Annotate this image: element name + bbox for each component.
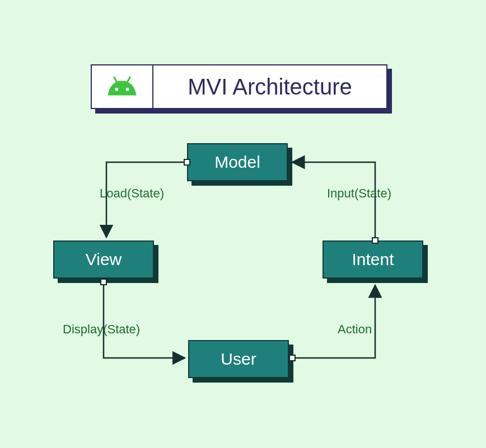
node-view: View [53,240,154,279]
diagram-title: MVI Architecture [153,65,386,108]
svg-point-3 [126,88,129,91]
edge-label-load: Load(State) [100,186,164,201]
port-view-bottom [100,279,107,285]
node-intent-label: Intent [352,250,394,269]
edge-label-input: Input(State) [327,186,391,201]
edge-label-action: Action [338,322,372,337]
title-card: MVI Architecture [91,64,387,109]
title-icon-cell [92,65,153,108]
node-intent: Intent [323,240,423,279]
android-icon [105,77,139,97]
diagram-canvas: MVI Architecture Model View In [0,0,486,448]
node-view-box: View [53,240,154,279]
svg-line-0 [114,77,117,82]
edge-label-display: Display(State) [63,322,140,337]
node-user: User [188,340,289,378]
port-model-left [184,159,190,166]
title-card-box: MVI Architecture [91,64,387,109]
node-user-label: User [221,350,256,369]
node-model: Model [187,143,288,181]
node-user-box: User [188,340,289,378]
svg-line-1 [128,77,130,82]
node-view-label: View [86,250,121,269]
svg-point-2 [115,88,118,91]
node-model-label: Model [214,153,260,172]
port-intent-top [372,237,378,244]
node-intent-box: Intent [323,240,423,279]
port-user-right [289,355,296,361]
node-model-box: Model [187,143,288,181]
